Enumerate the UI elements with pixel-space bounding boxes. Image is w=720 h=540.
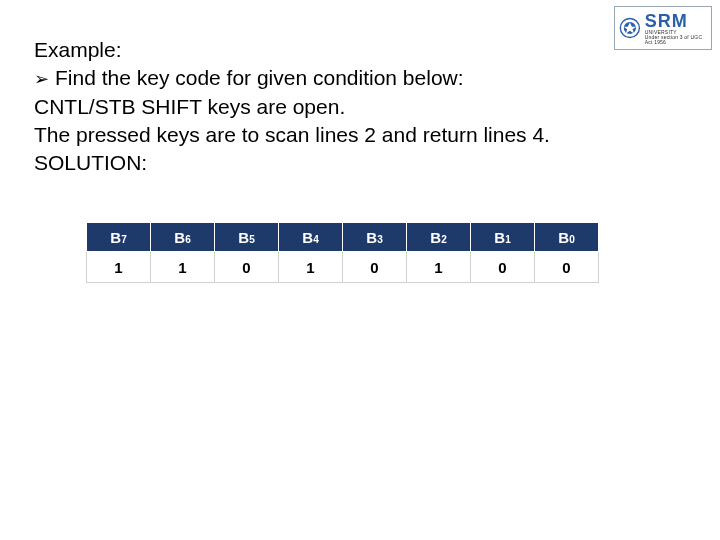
val-b2: 1 [407,252,471,283]
table-value-row: 1 1 0 1 0 1 0 0 [87,252,599,283]
solution-heading: SOLUTION: [34,149,674,177]
hdr-b7: B7 [87,223,151,252]
hdr-b4: B4 [279,223,343,252]
table-header-row: B7 B6 B5 B4 B3 B2 B1 B0 [87,223,599,252]
hdr-b6: B6 [151,223,215,252]
hdr-b3: B3 [343,223,407,252]
pressed-line: The pressed keys are to scan lines 2 and… [34,121,674,149]
triangle-bullet-icon: ➢ [34,65,49,93]
find-line: ➢Find the key code for given condition b… [34,64,674,93]
hdr-b5: B5 [215,223,279,252]
content: Example: ➢Find the key code for given co… [34,36,674,177]
val-b1: 0 [471,252,535,283]
cntl-line: CNTL/STB SHIFT keys are open. [34,93,674,121]
hdr-b2: B2 [407,223,471,252]
val-b3: 0 [343,252,407,283]
logo-brand: SRM [645,12,707,30]
example-heading: Example: [34,36,674,64]
val-b4: 1 [279,252,343,283]
hdr-b1: B1 [471,223,535,252]
find-text: Find the key code for given condition be… [55,66,464,89]
val-b5: 0 [215,252,279,283]
val-b0: 0 [535,252,599,283]
bit-table: B7 B6 B5 B4 B3 B2 B1 B0 1 1 0 1 0 1 0 0 [86,222,599,283]
val-b7: 1 [87,252,151,283]
val-b6: 1 [151,252,215,283]
hdr-b0: B0 [535,223,599,252]
